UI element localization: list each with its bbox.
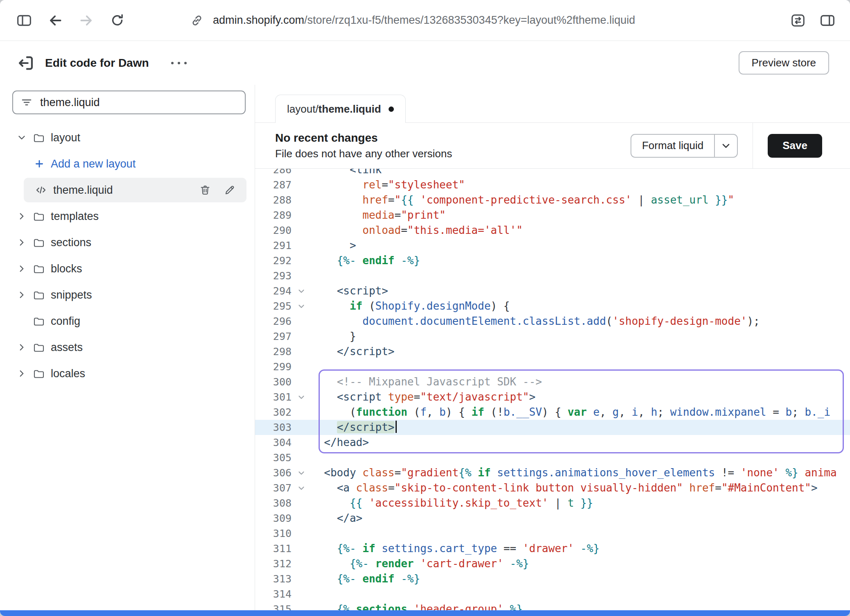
folder-icon xyxy=(33,315,45,327)
code-line-304[interactable]: 304 </head> xyxy=(255,435,850,450)
code-line-294[interactable]: 294 <script> xyxy=(255,283,850,299)
line-number: 311 xyxy=(255,541,292,556)
code-text: </a> xyxy=(311,511,362,526)
chevron-down-icon[interactable] xyxy=(16,132,27,143)
code-text: (function (f, b) { if (!b.__SV) { var e,… xyxy=(311,405,830,420)
code-line-288[interactable]: 288 href="{{ 'component-predictive-searc… xyxy=(255,192,850,208)
fold-toggle-icon[interactable] xyxy=(292,480,311,496)
line-number: 313 xyxy=(255,571,292,587)
chevron-spacer xyxy=(16,316,27,326)
format-liquid-button[interactable]: Format liquid xyxy=(631,134,738,158)
code-line-300[interactable]: 300 <!-- Mixpanel Javascript SDK --> xyxy=(255,374,850,390)
tab-sidebar-toggle-icon[interactable] xyxy=(14,10,34,31)
fold-toggle-icon[interactable] xyxy=(292,299,311,314)
forward-icon[interactable] xyxy=(76,10,97,31)
text-cursor xyxy=(396,421,397,433)
fold-spacer xyxy=(292,405,311,420)
chevron-right-icon[interactable] xyxy=(16,237,27,248)
sidebar-item-layout[interactable]: layout xyxy=(0,125,255,151)
sidebar-item-label: theme.liquid xyxy=(53,184,113,197)
code-line-286[interactable]: 286 <link xyxy=(255,169,850,177)
code-line-309[interactable]: 309 </a> xyxy=(255,511,850,526)
code-line-290[interactable]: 290 onload="this.media='all'" xyxy=(255,223,850,238)
code-line-289[interactable]: 289 media="print" xyxy=(255,208,850,223)
code-line-305[interactable]: 305 xyxy=(255,450,850,465)
editor-pane: layout/theme.liquid No recent changes Fi… xyxy=(255,85,850,610)
sidebar-item-label: Add a new layout xyxy=(51,158,136,170)
code-line-311[interactable]: 311 {%- if settings.cart_type == 'drawer… xyxy=(255,541,850,556)
fold-toggle-icon[interactable] xyxy=(292,465,311,480)
chevron-right-icon[interactable] xyxy=(16,211,27,222)
chevron-down-icon[interactable] xyxy=(714,135,737,157)
trash-icon[interactable] xyxy=(199,184,211,196)
line-number: 294 xyxy=(255,283,292,299)
code-line-313[interactable]: 313 {%- endif -%} xyxy=(255,571,850,587)
code-line-298[interactable]: 298 </script> xyxy=(255,344,850,359)
code-line-301[interactable]: 301 <script type="text/javascript"> xyxy=(255,390,850,405)
fold-toggle-icon[interactable] xyxy=(292,283,311,299)
code-text: media="print" xyxy=(311,208,446,223)
sidebar-item-locales[interactable]: locales xyxy=(0,360,255,387)
code-line-287[interactable]: 287 rel="stylesheet" xyxy=(255,177,850,192)
code-file-icon xyxy=(34,183,47,197)
back-icon[interactable] xyxy=(45,10,66,31)
line-number: 312 xyxy=(255,556,292,571)
fold-spacer xyxy=(292,359,311,374)
code-line-314[interactable]: 314 xyxy=(255,587,850,602)
code-line-302[interactable]: 302 (function (f, b) { if (!b.__SV) { va… xyxy=(255,405,850,420)
code-line-296[interactable]: 296 document.documentElement.classList.a… xyxy=(255,314,850,329)
address-bar[interactable]: admin.shopify.com/store/rzq1xu-f5/themes… xyxy=(190,14,635,27)
pencil-icon[interactable] xyxy=(224,184,236,196)
tab-theme-liquid[interactable]: layout/theme.liquid xyxy=(275,95,406,123)
code-editor[interactable]: 286 <link287 rel="stylesheet"288 href="{… xyxy=(255,169,850,610)
sidebar-item-templates[interactable]: templates xyxy=(0,203,255,229)
code-line-292[interactable]: 292 {%- endif -%} xyxy=(255,253,850,268)
save-button[interactable]: Save xyxy=(768,134,822,158)
code-text: {%- endif -%} xyxy=(311,571,420,587)
sidebar-item-theme-liquid[interactable]: theme.liquid xyxy=(24,178,246,202)
toggle-right-sidebar-icon[interactable] xyxy=(817,10,838,31)
code-line-307[interactable]: 307 <a class="skip-to-content-link butto… xyxy=(255,480,850,496)
code-line-299[interactable]: 299 xyxy=(255,359,850,374)
code-line-303[interactable]: 303 </script> xyxy=(255,420,850,435)
code-line-293[interactable]: 293 xyxy=(255,268,850,283)
sidebar-item-snippets[interactable]: snippets xyxy=(0,282,255,308)
chevron-right-icon[interactable] xyxy=(16,368,27,379)
browser-extension-icon[interactable] xyxy=(788,10,808,31)
line-number: 298 xyxy=(255,344,292,359)
chevron-right-icon[interactable] xyxy=(16,290,27,300)
sidebar-item-add-a-new-layout[interactable]: Add a new layout xyxy=(0,151,255,177)
preview-store-button[interactable]: Preview store xyxy=(739,51,830,75)
exit-code-editor-icon[interactable] xyxy=(16,53,36,73)
sidebar-item-sections[interactable]: sections xyxy=(0,229,255,256)
file-search-value: theme.liquid xyxy=(40,96,100,109)
code-line-297[interactable]: 297 } xyxy=(255,329,850,344)
code-line-310[interactable]: 310 xyxy=(255,526,850,541)
fold-spacer xyxy=(292,268,311,283)
code-line-295[interactable]: 295 if (Shopify.designMode) { xyxy=(255,299,850,314)
sidebar-item-blocks[interactable]: blocks xyxy=(0,256,255,282)
file-sidebar: theme.liquid layoutAdd a new layouttheme… xyxy=(0,85,255,610)
code-line-306[interactable]: 306 <body class="gradient{% if settings.… xyxy=(255,465,850,480)
sidebar-toggle-glyph xyxy=(16,12,32,29)
folder-icon xyxy=(33,236,45,249)
more-actions-icon[interactable] xyxy=(171,55,187,71)
code-text: {%- if settings.cart_type == 'drawer' -%… xyxy=(311,541,599,556)
chevron-right-icon[interactable] xyxy=(16,342,27,353)
line-number: 302 xyxy=(255,405,292,420)
reload-icon[interactable] xyxy=(107,10,128,31)
fold-toggle-icon[interactable] xyxy=(292,390,311,405)
sidebar-item-assets[interactable]: assets xyxy=(0,334,255,360)
status-title: No recent changes xyxy=(275,131,452,145)
code-line-308[interactable]: 308 {{ 'accessibility.skip_to_text' | t … xyxy=(255,496,850,511)
chevron-right-icon[interactable] xyxy=(16,263,27,274)
code-line-315[interactable]: 315 {% sections 'header-group' %} xyxy=(255,602,850,610)
code-text: <body class="gradient{% if settings.anim… xyxy=(311,465,837,480)
sidebar-item-config[interactable]: config xyxy=(0,308,255,334)
code-line-312[interactable]: 312 {%- render 'cart-drawer' -%} xyxy=(255,556,850,571)
filter-icon xyxy=(20,96,33,109)
file-search-input[interactable]: theme.liquid xyxy=(12,91,246,114)
code-line-291[interactable]: 291 > xyxy=(255,238,850,253)
code-text: rel="stylesheet" xyxy=(311,177,465,192)
url-domain: admin.shopify.com xyxy=(213,14,304,26)
